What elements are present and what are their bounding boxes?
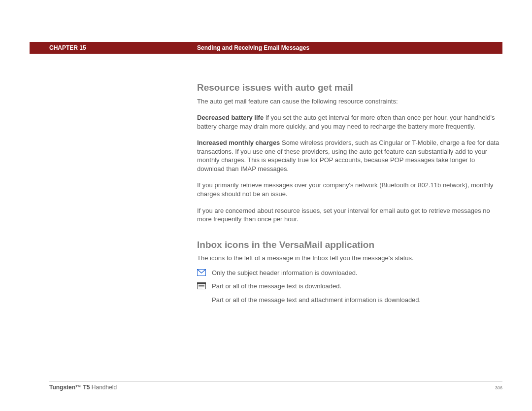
product-name: Tungsten™ T5 Handheld — [49, 383, 117, 391]
document-page: CHAPTER 15 Sending and Receiving Email M… — [0, 0, 532, 411]
svg-rect-2 — [198, 283, 206, 284]
lead-battery: Decreased battery life — [197, 114, 264, 121]
inbox-icon-text: Only the subject header information is d… — [212, 269, 502, 277]
page-footer: Tungsten™ T5 Handheld 306 — [49, 383, 502, 391]
chapter-title: Sending and Receiving Email Messages — [187, 44, 309, 52]
envelope-header-icon — [197, 269, 212, 276]
page-number: 306 — [495, 385, 502, 391]
inbox-icon-row: Part or all of the message text and atta… — [197, 296, 502, 305]
message-attachment-icon — [197, 296, 212, 296]
product-name-strong: Tungsten™ T5 — [49, 384, 90, 391]
section1-para-charges: Increased monthly charges Some wireless … — [197, 138, 502, 173]
chapter-label: CHAPTER 15 — [30, 44, 187, 52]
section1-para-interval: If you are concerned about resource issu… — [197, 206, 502, 224]
inbox-icon-text: Part or all of the message text is downl… — [212, 282, 502, 291]
lead-charges: Increased monthly charges — [197, 139, 280, 146]
section2-intro: The icons to the left of a message in th… — [197, 254, 502, 263]
message-text-icon — [197, 282, 212, 289]
inbox-icon-text: Part or all of the message text and atta… — [212, 296, 502, 305]
section1-para-network: If you primarily retrieve messages over … — [197, 181, 502, 198]
section1-para-battery: Decreased battery life If you set the au… — [197, 113, 502, 131]
product-name-rest: Handheld — [90, 384, 117, 391]
section-heading-resource-issues: Resource issues with auto get mail — [197, 81, 502, 94]
inbox-icon-row: Part or all of the message text is downl… — [197, 282, 502, 291]
inbox-icon-row: Only the subject header information is d… — [197, 269, 502, 277]
chapter-header-bar: CHAPTER 15 Sending and Receiving Email M… — [30, 42, 502, 54]
section1-intro: The auto get mail feature can cause the … — [197, 97, 502, 106]
section-heading-inbox-icons: Inbox icons in the VersaMail application — [197, 239, 502, 251]
page-content: Resource issues with auto get mail The a… — [197, 81, 502, 309]
footer-rule — [49, 381, 502, 381]
